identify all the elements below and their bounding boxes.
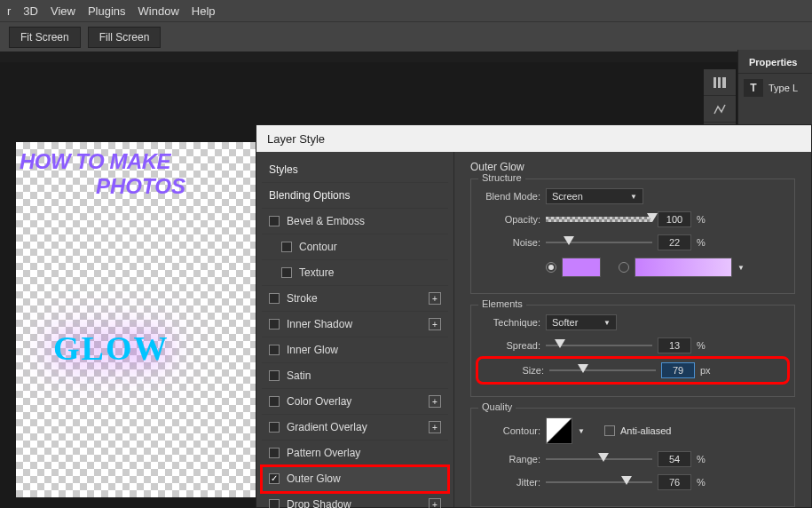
fill-screen-button[interactable]: Fill Screen <box>88 27 162 48</box>
plus-icon[interactable]: + <box>429 395 441 408</box>
type-tool-icon[interactable]: T <box>744 79 763 97</box>
range-slider[interactable] <box>546 453 652 465</box>
style-item-pattern-overlay[interactable]: Pattern Overlay <box>262 441 448 466</box>
panel-title: Outer Glow <box>470 161 795 173</box>
style-item-outer-glow[interactable]: Outer Glow <box>262 466 448 492</box>
spread-label: Spread: <box>480 340 540 351</box>
style-label: Inner Glow <box>287 344 338 356</box>
style-checkbox[interactable] <box>269 473 280 484</box>
color-radio[interactable] <box>546 262 556 273</box>
toggle-icon-1[interactable] <box>704 69 736 96</box>
style-item-satin[interactable]: Satin <box>262 363 448 389</box>
canvas-text-line2: PHOTOS <box>96 174 185 199</box>
style-label: Inner Shadow <box>287 318 352 330</box>
plus-icon[interactable]: + <box>429 292 441 305</box>
properties-panel: Properties T Type L <box>737 50 812 130</box>
noise-input[interactable] <box>658 234 691 250</box>
style-checkbox[interactable] <box>269 499 280 508</box>
menu-plugins[interactable]: Plugins <box>88 4 126 18</box>
plus-icon[interactable]: + <box>429 421 441 433</box>
size-input[interactable] <box>661 362 695 378</box>
canvas[interactable]: HOW TO MAKE PHOTOS GLOW <box>16 142 256 497</box>
blending-options[interactable]: Blending Options <box>262 183 448 209</box>
range-label: Range: <box>480 454 540 464</box>
style-checkbox[interactable] <box>269 422 280 433</box>
style-label: Texture <box>299 266 334 279</box>
menu-r[interactable]: r <box>7 4 11 18</box>
menu-3d[interactable]: 3D <box>23 4 38 18</box>
svg-rect-2 <box>722 77 726 88</box>
technique-label: Technique: <box>480 317 540 328</box>
style-item-inner-glow[interactable]: Inner Glow <box>262 337 448 363</box>
menu-view[interactable]: View <box>51 4 75 18</box>
size-row-highlighted: Size: px <box>480 361 785 380</box>
noise-slider[interactable] <box>546 236 652 249</box>
range-input[interactable] <box>658 451 691 467</box>
contour-picker[interactable] <box>546 417 572 444</box>
style-item-bevel-emboss[interactable]: Bevel & Emboss <box>262 209 448 234</box>
anti-aliased-checkbox[interactable] <box>604 425 615 436</box>
menu-help[interactable]: Help <box>192 4 216 18</box>
style-label: Gradient Overlay <box>287 421 367 433</box>
spread-slider[interactable] <box>546 339 652 352</box>
dialog-title: Layer Style <box>256 125 811 152</box>
chevron-down-icon[interactable]: ▼ <box>578 427 585 435</box>
style-checkbox[interactable] <box>269 370 280 381</box>
menu-window[interactable]: Window <box>138 4 179 18</box>
style-checkbox[interactable] <box>269 345 280 355</box>
style-checkbox[interactable] <box>281 267 292 278</box>
outer-glow-settings: Outer Glow Structure Blend Mode: Screen▼… <box>454 152 811 507</box>
menu-bar: r 3D View Plugins Window Help <box>0 0 812 21</box>
style-checkbox[interactable] <box>269 319 280 329</box>
layer-style-dialog: Layer Style Styles Blending Options Beve… <box>256 124 812 508</box>
style-label: Contour <box>299 241 337 253</box>
style-checkbox[interactable] <box>269 216 280 226</box>
type-layer-label: Type L <box>769 83 798 93</box>
style-label: Bevel & Emboss <box>287 215 365 227</box>
style-item-inner-shadow[interactable]: Inner Shadow+ <box>262 312 448 337</box>
spread-input[interactable] <box>658 337 691 353</box>
fit-screen-button[interactable]: Fit Screen <box>9 27 81 48</box>
range-unit: % <box>697 454 711 464</box>
toggle-icon-2[interactable] <box>704 96 736 123</box>
jitter-slider[interactable] <box>546 476 652 488</box>
style-checkbox[interactable] <box>269 293 280 304</box>
jitter-input[interactable] <box>658 474 691 490</box>
styles-list: Styles Blending Options Bevel & EmbossCo… <box>256 152 454 507</box>
opacity-input[interactable] <box>658 211 691 227</box>
chevron-down-icon: ▼ <box>603 319 611 327</box>
noise-unit: % <box>697 237 711 248</box>
plus-icon[interactable]: + <box>429 498 441 508</box>
style-item-drop-shadow[interactable]: Drop Shadow+ <box>262 492 448 508</box>
technique-select[interactable]: Softer▼ <box>546 314 617 330</box>
plus-icon[interactable]: + <box>429 318 441 330</box>
transparency-checker: HOW TO MAKE PHOTOS GLOW <box>16 142 256 497</box>
contour-label: Contour: <box>480 425 540 436</box>
style-label: Outer Glow <box>287 472 341 485</box>
blend-mode-select[interactable]: Screen▼ <box>546 188 643 204</box>
panel-toggle-bar <box>704 69 736 131</box>
svg-rect-1 <box>718 77 721 88</box>
gradient-swatch[interactable] <box>635 258 732 277</box>
style-item-gradient-overlay[interactable]: Gradient Overlay+ <box>262 415 448 441</box>
size-label: Size: <box>484 365 544 376</box>
style-item-stroke[interactable]: Stroke+ <box>262 286 448 312</box>
gradient-radio[interactable] <box>619 262 629 273</box>
style-checkbox[interactable] <box>269 396 280 407</box>
style-checkbox[interactable] <box>281 242 292 252</box>
style-checkbox[interactable] <box>269 448 280 458</box>
style-item-texture[interactable]: Texture <box>262 260 448 286</box>
opacity-slider[interactable] <box>546 213 652 226</box>
size-slider[interactable] <box>549 364 656 377</box>
properties-title: Properties <box>738 50 812 74</box>
style-item-color-overlay[interactable]: Color Overlay+ <box>262 389 448 415</box>
structure-legend: Structure <box>478 172 525 183</box>
svg-rect-0 <box>713 77 716 88</box>
structure-group: Structure Blend Mode: Screen▼ Opacity: %… <box>470 179 795 294</box>
chevron-down-icon[interactable]: ▼ <box>737 264 745 272</box>
styles-header[interactable]: Styles <box>262 157 448 183</box>
anti-aliased-label: Anti-aliased <box>620 425 671 436</box>
style-label: Color Overlay <box>287 395 351 408</box>
color-swatch[interactable] <box>562 258 601 277</box>
style-item-contour[interactable]: Contour <box>262 234 448 260</box>
